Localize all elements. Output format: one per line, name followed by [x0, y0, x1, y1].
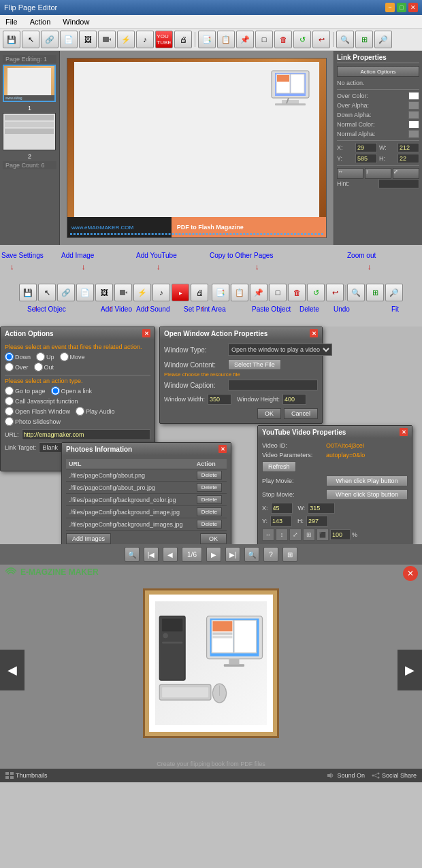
ao-up[interactable]: Up: [36, 352, 54, 361]
y-input[interactable]: 585: [355, 154, 377, 163]
prop-icon3[interactable]: ⤢: [393, 168, 419, 179]
ao-down[interactable]: Down: [5, 352, 31, 361]
redo-button[interactable]: ↺: [293, 31, 311, 48]
youtube-close[interactable]: ✕: [400, 428, 408, 436]
ann-zoomout-btn[interactable]: 🔍: [347, 284, 365, 301]
undo-button[interactable]: ↩: [312, 31, 330, 48]
preview-nav-left[interactable]: ◀: [0, 650, 25, 690]
paste-object-button[interactable]: 📌: [236, 31, 254, 48]
pi-add-images-btn[interactable]: Add Images: [66, 533, 111, 544]
pi-ok-btn[interactable]: OK: [200, 533, 227, 544]
ow-select-file-btn[interactable]: Select The File: [228, 359, 281, 370]
x-input[interactable]: 29: [355, 143, 377, 152]
prev-zoom-fit[interactable]: 🔍: [244, 547, 259, 562]
close-button[interactable]: ✕: [408, 3, 418, 12]
maximize-button[interactable]: □: [397, 3, 406, 12]
h-input[interactable]: 22: [397, 154, 419, 163]
ann-button-btn[interactable]: □: [269, 284, 287, 301]
normal-color-swatch[interactable]: [408, 120, 419, 129]
ann-zoomin-btn[interactable]: 🔎: [385, 284, 403, 301]
yt-h-input[interactable]: [306, 516, 328, 527]
save2-button[interactable]: 📄: [60, 31, 78, 48]
pi-delete-3[interactable]: Delete: [197, 495, 222, 504]
preview-nav-right[interactable]: ▶: [397, 650, 422, 690]
ann-flash-btn[interactable]: ⚡: [133, 284, 151, 301]
ow-height-input[interactable]: [282, 394, 306, 405]
ann-img-btn[interactable]: 🖼: [95, 284, 113, 301]
pi-delete-2[interactable]: Delete: [197, 483, 222, 492]
ow-cancel-button[interactable]: Cancel: [284, 408, 318, 419]
hint-input[interactable]: [378, 179, 419, 188]
over-color-swatch[interactable]: [408, 92, 419, 100]
down-alpha-swatch[interactable]: [408, 111, 419, 119]
yt-icon1[interactable]: ↔: [262, 529, 274, 541]
menu-action[interactable]: Action: [27, 16, 54, 27]
normal-alpha-swatch[interactable]: [408, 130, 419, 138]
footer-thumbnails[interactable]: Thumbnails: [5, 772, 48, 779]
pi-delete-1[interactable]: Delete: [197, 471, 222, 480]
ann-copyobj-btn[interactable]: 📋: [231, 284, 248, 301]
add-button-button[interactable]: □: [255, 31, 273, 48]
ann-undo-btn[interactable]: ↩: [326, 284, 344, 301]
ann-link-btn[interactable]: 🔗: [57, 284, 75, 301]
add-video-button[interactable]: [98, 31, 116, 48]
ann-copyother-btn[interactable]: 📑: [212, 284, 229, 301]
ao-move[interactable]: Move: [60, 352, 85, 361]
prev-next[interactable]: ▶: [206, 547, 221, 562]
footer-social[interactable]: Social Share: [372, 772, 417, 779]
ann-fit-btn[interactable]: ⊞: [366, 284, 384, 301]
w-input[interactable]: 212: [397, 143, 419, 152]
select-button[interactable]: ↖: [22, 31, 39, 48]
add-youtube-button[interactable]: YOUTUBE: [155, 31, 173, 48]
zoom-out-button[interactable]: 🔍: [336, 31, 354, 48]
ow-ok-button[interactable]: OK: [257, 408, 281, 419]
ann-del-btn[interactable]: 🗑: [288, 284, 306, 301]
copy-to-other-button[interactable]: 📑: [198, 31, 216, 48]
save-button[interactable]: 💾: [3, 31, 20, 48]
footer-sound[interactable]: Sound On: [327, 772, 365, 779]
ow-type-select[interactable]: Open the window to play a video: [228, 344, 332, 356]
add-link-button[interactable]: 🔗: [41, 31, 59, 48]
yt-refresh-btn[interactable]: Refresh: [262, 461, 296, 472]
minimize-button[interactable]: −: [385, 3, 395, 12]
menu-file[interactable]: File: [3, 16, 20, 27]
yt-x-input[interactable]: [271, 503, 293, 514]
ao-gotopage[interactable]: Go to page: [5, 386, 46, 395]
prev-first[interactable]: |◀: [144, 547, 159, 562]
prop-icon2[interactable]: ↕: [365, 168, 391, 179]
ow-caption-input[interactable]: [228, 380, 318, 390]
prev-back[interactable]: ◀: [163, 547, 178, 562]
pi-delete-5[interactable]: Delete: [197, 520, 222, 529]
set-print-area-button[interactable]: 🖨: [174, 31, 192, 48]
yt-w-input[interactable]: [308, 503, 335, 514]
delete-button[interactable]: 🗑: [274, 31, 292, 48]
ann-print-btn[interactable]: 🖨: [191, 284, 208, 301]
prev-last[interactable]: ▶|: [225, 547, 240, 562]
ao-playaudio[interactable]: Play Audio: [76, 407, 115, 416]
yt-icon5[interactable]: ⬛: [316, 529, 329, 541]
yt-stop-btn[interactable]: When click Stop button: [326, 489, 408, 500]
zoom-in-button[interactable]: 🔎: [374, 31, 392, 48]
prev-fullscreen[interactable]: ⊞: [282, 547, 297, 562]
ao-over[interactable]: Over: [5, 363, 29, 371]
ao-openlink[interactable]: Open a link: [51, 386, 93, 395]
ao-openflash[interactable]: Open Flash Window: [5, 407, 70, 416]
ao-out[interactable]: Out: [34, 363, 54, 371]
ann-doc-btn[interactable]: 📄: [76, 284, 94, 301]
preview-close-btn[interactable]: ✕: [403, 566, 418, 581]
over-alpha-swatch[interactable]: [408, 101, 419, 110]
yt-play-btn[interactable]: When click Play button: [326, 475, 408, 486]
ann-save-btn[interactable]: 💾: [19, 284, 37, 301]
add-flash-button[interactable]: ⚡: [117, 31, 135, 48]
fit-button[interactable]: ⊞: [355, 31, 373, 48]
ann-vid-btn[interactable]: [114, 284, 132, 301]
ann-select-btn[interactable]: ↖: [38, 284, 56, 301]
ao-calljs[interactable]: Call Javascript function: [5, 397, 78, 405]
yt-icon3[interactable]: ⤢: [289, 529, 302, 541]
ao-slideshow[interactable]: Photo Slideshow: [5, 417, 61, 426]
yt-icon2[interactable]: ↕: [276, 529, 288, 541]
ann-yt-btn[interactable]: ▶: [172, 284, 189, 301]
yt-icon4[interactable]: ⊞: [303, 529, 315, 541]
add-image-button[interactable]: 🖼: [79, 31, 97, 48]
copy-object-button[interactable]: 📋: [217, 31, 235, 48]
